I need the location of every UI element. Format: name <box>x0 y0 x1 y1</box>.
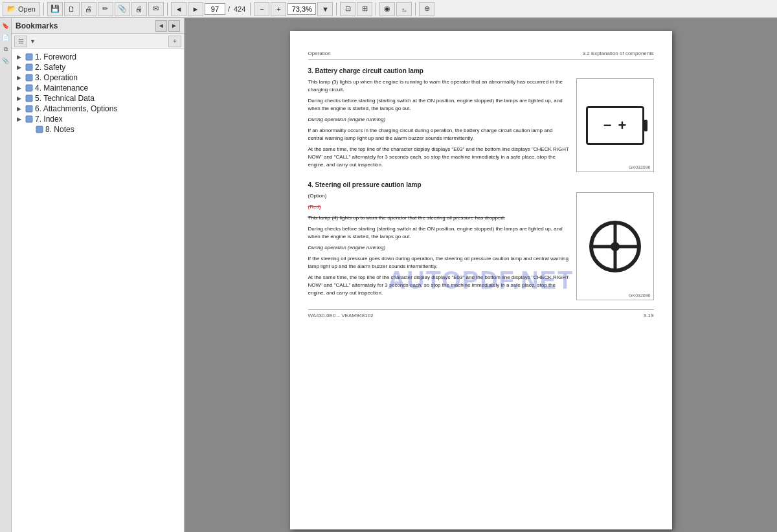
tree-item-notes[interactable]: ▶ 8. Notes <box>23 124 183 135</box>
page-total: 424 <box>234 5 245 13</box>
content-area: AUTOPDF.NET Operation 3.2 Explanation of… <box>185 18 777 532</box>
toolbar: 📂 Open 💾 🗋 🖨 ✏ 📎 🖨 ✉ ◄ ► 97 / 424 − + 73… <box>0 0 777 18</box>
section4-text: (Option) (Red) This lamp (4) lights up t… <box>308 192 570 300</box>
print-button[interactable]: 🖨 <box>81 2 96 16</box>
save-button[interactable]: 💾 <box>47 2 63 16</box>
section4-body1: This lamp (4) lights up to warn the oper… <box>308 214 570 222</box>
bm-options-btn[interactable]: ☰ <box>14 36 27 47</box>
section3-body2: During checks before starting (starting … <box>308 97 570 113</box>
tree-item-attachments[interactable]: ▶ 6. Attachments, Options <box>13 104 183 114</box>
separator-6 <box>415 3 416 16</box>
bookmarks-icon-btn[interactable]: 🔖 <box>1 21 11 31</box>
prev-page-button[interactable]: ◄ <box>171 2 186 16</box>
open-button[interactable]: 📂 Open <box>3 2 40 16</box>
bookmark-icon-index <box>25 115 34 124</box>
doc-header-left: Operation <box>308 50 331 56</box>
attach-button[interactable]: 📎 <box>115 2 130 16</box>
section4: 4. Steering oil pressure caution lamp (O… <box>308 181 654 300</box>
separator-2 <box>167 3 168 16</box>
bookmarks-tree: ▶ 1. Foreword ▶ 2. Safety ▶ <box>12 49 184 532</box>
zoom-dropdown-button[interactable]: ▼ <box>317 2 333 16</box>
open-label: Open <box>18 5 36 13</box>
print-pdf-button[interactable]: 🗋 <box>64 2 80 16</box>
bookmark-icon-technical <box>25 94 34 103</box>
tree-item-index[interactable]: ▶ 7. Index <box>13 114 183 124</box>
section3-image: − + GK032096 <box>576 78 654 172</box>
tree-item-safety[interactable]: ▶ 2. Safety <box>13 62 183 72</box>
tree-item-maintenance[interactable]: ▶ 4. Maintenance <box>13 83 183 93</box>
tree-label-notes: 8. Notes <box>45 125 74 134</box>
bookmark-icon-foreword <box>25 52 34 61</box>
attachments-icon-btn[interactable]: 📎 <box>1 56 11 66</box>
zoom-in-button[interactable]: + <box>271 2 286 16</box>
section3-body4: At the same time, the top line of the ch… <box>308 146 570 169</box>
bookmarks-expand-btn[interactable]: ► <box>168 20 180 32</box>
expand-safety[interactable]: ▶ <box>14 63 23 72</box>
bookmark-icon-notes <box>35 125 44 134</box>
section4-img-caption: GK032096 <box>629 293 650 298</box>
expand-operation[interactable]: ▶ <box>14 73 23 82</box>
expand-maintenance[interactable]: ▶ <box>14 83 23 93</box>
tree-label-safety: 2. Safety <box>35 63 65 72</box>
section4-body2: During checks before starting (starting … <box>308 225 570 241</box>
edit-button[interactable]: ✏ <box>98 2 113 16</box>
section4-image: GK032096 <box>576 192 654 300</box>
bookmark-icon-safety <box>25 63 34 72</box>
panel-icon-strip: 🔖 📄 ⧉ 📎 <box>0 18 12 532</box>
bm-new-btn[interactable]: + <box>168 36 181 47</box>
next-page-button[interactable]: ► <box>188 2 203 16</box>
bookmarks-collapse-btn[interactable]: ◄ <box>155 20 167 32</box>
bookmark-icon-operation <box>25 73 34 82</box>
tree-item-technical[interactable]: ▶ 5. Technical Data <box>13 93 183 104</box>
tree-children-index: ▶ 8. Notes <box>13 124 183 135</box>
doc-footer-right: 3-19 <box>643 313 653 318</box>
bookmark-icon-maintenance <box>25 83 34 93</box>
separator-4 <box>336 3 337 16</box>
bookmark-icon-attachments <box>25 104 34 113</box>
separator-5 <box>376 3 376 16</box>
page-input[interactable]: 97 <box>205 3 225 15</box>
layers-icon-btn[interactable]: ⧉ <box>1 44 11 54</box>
section3-body3: If an abnormality occurs in the charging… <box>308 127 570 142</box>
pages-icon-btn[interactable]: 📄 <box>1 32 11 43</box>
tree-item-operation[interactable]: ▶ 3. Operation <box>13 72 183 83</box>
section4-color: (Red) <box>308 203 570 211</box>
separator-3 <box>250 3 251 16</box>
expand-technical[interactable]: ▶ <box>14 94 23 103</box>
svg-rect-6 <box>26 116 32 122</box>
fit-page-button[interactable]: ⊞ <box>357 2 372 16</box>
tree-label-maintenance: 4. Maintenance <box>35 83 88 93</box>
svg-rect-3 <box>26 85 32 91</box>
zoom-input[interactable]: 73,3% <box>287 3 316 15</box>
zoom-out-button[interactable]: − <box>254 2 269 16</box>
section4-body4: At the same time, the top line of the ch… <box>308 274 570 297</box>
section3-body1: This lamp (3) lights up when the engine … <box>308 78 570 94</box>
doc-footer: WA430-6E0 – VEAM948102 3-19 <box>308 309 654 318</box>
highlight-button[interactable]: ◉ <box>379 2 395 16</box>
svg-rect-0 <box>26 54 32 60</box>
underline-button[interactable]: ⎁ <box>396 2 412 16</box>
main-area: 🔖 📄 ⧉ 📎 Bookmarks ◄ ► ☰ ▼ + <box>0 18 777 532</box>
section4-label1: During operation (engine running) <box>308 244 570 252</box>
snapshot-button[interactable]: ⊕ <box>419 2 434 16</box>
tree-label-operation: 3. Operation <box>35 73 78 82</box>
section3-block: This lamp (3) lights up when the engine … <box>308 78 654 172</box>
email-button[interactable]: ✉ <box>148 2 164 16</box>
section3-label1: During operation (engine running) <box>308 116 570 124</box>
tree-label-foreword: 1. Foreword <box>35 52 76 61</box>
section4-title: 4. Steering oil pressure caution lamp <box>308 181 654 188</box>
section4-block: (Option) (Red) This lamp (4) lights up t… <box>308 192 654 300</box>
doc-header-right: 3.2 Explanation of components <box>583 50 654 56</box>
doc-footer-left: WA430-6E0 – VEAM948102 <box>308 313 374 318</box>
section4-color-label: (Red) <box>308 204 321 210</box>
expand-index[interactable]: ▶ <box>14 115 23 124</box>
tree-label-technical: 5. Technical Data <box>35 94 95 103</box>
print2-button[interactable]: 🖨 <box>131 2 147 16</box>
section3-title: 3. Battery charge circuit caution lamp <box>308 67 654 74</box>
expand-foreword[interactable]: ▶ <box>14 52 23 61</box>
tree-item-foreword[interactable]: ▶ 1. Foreword <box>13 52 183 62</box>
svg-rect-2 <box>26 74 32 81</box>
svg-rect-1 <box>26 64 32 71</box>
fit-width-button[interactable]: ⊡ <box>340 2 355 16</box>
expand-attachments[interactable]: ▶ <box>14 104 23 113</box>
